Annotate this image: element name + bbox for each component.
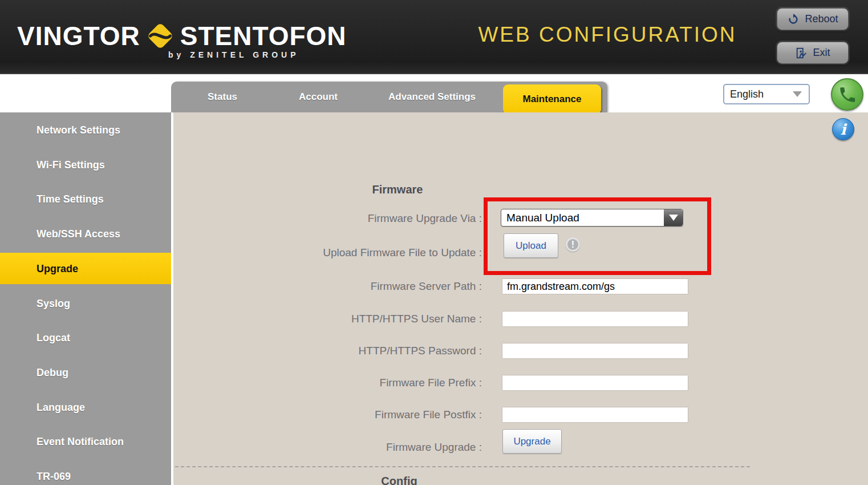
zenitel-diamond-logo-icon bbox=[144, 19, 177, 52]
http-password-label: HTTP/HTTPS Password : bbox=[173, 343, 482, 359]
firmware-file-postfix-input[interactable] bbox=[502, 407, 688, 423]
tab-status[interactable]: Status bbox=[188, 82, 257, 112]
chevron-down-icon bbox=[669, 215, 678, 221]
sidebar-item-network-settings[interactable]: Network Settings bbox=[0, 122, 171, 138]
main-tab-bar: Status Account Advanced Settings Mainten… bbox=[171, 82, 607, 112]
sidebar-item-wifi-settings[interactable]: Wi-Fi Settings bbox=[0, 157, 171, 173]
http-user-name-label: HTTP/HTTPS User Name : bbox=[173, 311, 482, 327]
reboot-button-label: Reboot bbox=[805, 13, 838, 25]
language-selected-value: English bbox=[724, 88, 793, 100]
brand-part2: STENTOFON bbox=[180, 21, 347, 51]
http-password-input[interactable] bbox=[502, 343, 688, 359]
tab-advanced-settings[interactable]: Advanced Settings bbox=[379, 82, 485, 112]
select-arrow-button[interactable] bbox=[664, 209, 683, 226]
sidebar-item-debug[interactable]: Debug bbox=[0, 365, 171, 381]
firmware-upgrade-via-select[interactable]: Manual Upload bbox=[501, 209, 683, 227]
language-select[interactable]: English bbox=[723, 84, 810, 104]
main-content: i Firmware Firmware Upgrade Via : Manual… bbox=[173, 112, 868, 485]
upgrade-button[interactable]: Upgrade bbox=[502, 429, 562, 454]
firmware-upgrade-via-label: Firmware Upgrade Via : bbox=[173, 211, 482, 227]
sidebar-item-web-ssh-access[interactable]: Web/SSH Access bbox=[0, 226, 171, 242]
firmware-file-postfix-label: Firmware File Postfix : bbox=[173, 407, 482, 423]
sidebar-item-time-settings[interactable]: Time Settings bbox=[0, 191, 171, 207]
upload-firmware-file-label: Upload Firmware File to Update : bbox=[173, 245, 482, 261]
sidebar-item-logcat[interactable]: Logcat bbox=[0, 330, 171, 346]
reboot-button[interactable]: Reboot bbox=[777, 8, 849, 30]
row-http-password: HTTP/HTTPS Password : bbox=[173, 343, 868, 359]
door-exit-icon bbox=[795, 47, 808, 59]
exit-button[interactable]: Exit bbox=[777, 42, 849, 64]
row-firmware-file-postfix: Firmware File Postfix : bbox=[173, 407, 868, 423]
sidebar-item-tr069[interactable]: TR-069 bbox=[0, 468, 171, 484]
header-bar: VINGTOR STENTOFON by ZENITEL GROUP WEB C… bbox=[0, 0, 868, 74]
row-firmware-file-prefix: Firmware File Prefix : bbox=[173, 375, 868, 391]
config-section-title: Config bbox=[342, 475, 456, 485]
web-configuration-page: VINGTOR STENTOFON by ZENITEL GROUP WEB C… bbox=[0, 0, 868, 485]
info-circle-icon[interactable]: i bbox=[832, 118, 854, 140]
exit-button-label: Exit bbox=[813, 47, 830, 59]
brand-logo: VINGTOR STENTOFON bbox=[17, 19, 347, 52]
firmware-section-title: Firmware bbox=[340, 183, 455, 196]
firmware-upgrade-via-value: Manual Upload bbox=[501, 212, 664, 224]
firmware-upgrade-label: Firmware Upgrade : bbox=[173, 439, 482, 455]
row-http-user-name: HTTP/HTTPS User Name : bbox=[173, 311, 868, 327]
exclamation-circle-icon[interactable]: ! bbox=[566, 237, 580, 252]
brand-part1: VINGTOR bbox=[17, 21, 140, 51]
firmware-server-path-label: Firmware Server Path : bbox=[173, 278, 482, 294]
firmware-file-prefix-input[interactable] bbox=[502, 375, 688, 391]
sidebar-item-upgrade[interactable]: Upgrade bbox=[0, 261, 171, 277]
firmware-file-prefix-label: Firmware File Prefix : bbox=[173, 375, 482, 391]
sidebar-nav: Network Settings Wi-Fi Settings Time Set… bbox=[0, 112, 171, 485]
row-upload-firmware-file: Upload Firmware File to Update : Upload … bbox=[173, 245, 868, 261]
tab-maintenance[interactable]: Maintenance bbox=[503, 84, 601, 114]
row-firmware-server-path: Firmware Server Path : bbox=[173, 278, 868, 294]
firmware-server-path-input[interactable] bbox=[502, 278, 688, 294]
phone-handset-icon bbox=[838, 85, 857, 104]
row-firmware-upgrade: Firmware Upgrade : Upgrade bbox=[173, 439, 868, 455]
chevron-down-icon bbox=[793, 91, 802, 97]
section-divider bbox=[175, 466, 750, 467]
brand-byline: by ZENITEL GROUP bbox=[168, 50, 291, 59]
upload-button[interactable]: Upload bbox=[504, 233, 558, 258]
page-title: WEB CONFIGURATION bbox=[473, 23, 741, 47]
phone-button[interactable] bbox=[831, 78, 863, 111]
sidebar-item-event-notification[interactable]: Event Notification bbox=[0, 434, 171, 450]
row-firmware-upgrade-via: Firmware Upgrade Via : Manual Upload bbox=[173, 211, 868, 227]
sidebar-item-language[interactable]: Language bbox=[0, 399, 171, 415]
http-user-name-input[interactable] bbox=[502, 311, 688, 327]
tab-account[interactable]: Account bbox=[284, 82, 352, 112]
sidebar-item-syslog[interactable]: Syslog bbox=[0, 296, 171, 312]
circular-arrow-icon bbox=[787, 13, 800, 26]
